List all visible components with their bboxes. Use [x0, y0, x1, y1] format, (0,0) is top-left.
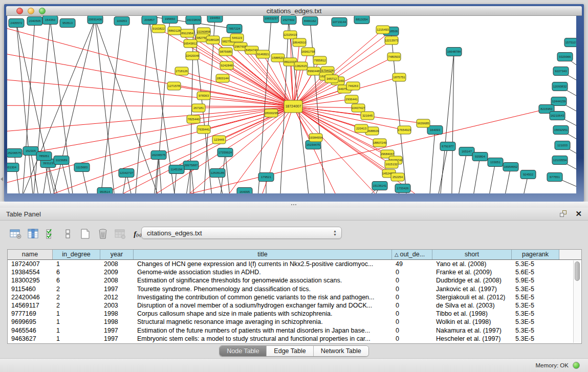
table-cell[interactable]: 2012: [100, 293, 134, 301]
graph-edge[interactable]: [293, 42, 299, 106]
table-scrollbar[interactable]: [573, 260, 581, 343]
graph-edge[interactable]: [7, 105, 293, 106]
table-row[interactable]: 1456911722003Disruption of a novel membe…: [8, 301, 581, 310]
table-cell[interactable]: 1: [53, 310, 100, 318]
table-row[interactable]: 946362711997Embryonic stem cells: a mode…: [8, 335, 581, 343]
table-cell[interactable]: 0: [392, 301, 432, 310]
table-row[interactable]: 1872400712008Changes of HCN gene express…: [8, 260, 581, 268]
table-cell[interactable]: Nakamura et al. (1997): [432, 326, 512, 335]
table-cell[interactable]: 5.9E-5: [512, 276, 559, 285]
table-cell[interactable]: 5.3E-5: [512, 260, 559, 268]
table-row[interactable]: 946554611997Estimation of the future num…: [8, 326, 581, 335]
graph-edge[interactable]: [133, 20, 149, 193]
table-cell[interactable]: 5.3E-5: [512, 335, 559, 343]
network-graph-canvas[interactable]: 1872400724055722040505154350950513206914…: [7, 16, 576, 193]
graph-edge[interactable]: [427, 130, 435, 193]
table-cell[interactable]: Estimation of the future numbers of pati…: [134, 326, 392, 335]
panel-collapse-handle[interactable]: [1, 177, 3, 181]
table-cell[interactable]: Tourette syndrome. Phenomenology and cla…: [134, 285, 392, 293]
table-cell[interactable]: 14569117: [8, 301, 53, 310]
graph-edge[interactable]: [293, 106, 358, 193]
table-cell[interactable]: 5.3E-5: [512, 318, 559, 326]
table-cell[interactable]: 1998: [100, 318, 134, 326]
column-header-in_degree[interactable]: in_degree: [53, 250, 100, 259]
table-cell[interactable]: 1: [53, 318, 100, 326]
table-cell[interactable]: de Silva et al. (2003): [432, 301, 512, 310]
select-columns-button[interactable]: [42, 227, 59, 241]
table-cell[interactable]: 49: [392, 260, 432, 268]
table-cell[interactable]: 18724007: [8, 260, 53, 268]
table-cell[interactable]: 0: [392, 335, 432, 343]
table-cell[interactable]: 2: [53, 285, 100, 293]
column-header-name[interactable]: name: [8, 250, 53, 259]
table-cell[interactable]: 5.3E-5: [512, 285, 559, 293]
table-cell[interactable]: 1: [53, 335, 100, 343]
graph-edge[interactable]: [95, 19, 118, 193]
table-cell[interactable]: Structural magnetic resonance image aver…: [134, 318, 392, 326]
table-cell[interactable]: 9115460: [8, 285, 53, 293]
table-cell[interactable]: 2008: [100, 260, 134, 268]
table-cell[interactable]: 1997: [100, 285, 134, 293]
graph-edge[interactable]: [7, 106, 293, 193]
table-cell[interactable]: Changes of HCN gene expression and I(f) …: [134, 260, 392, 268]
graph-edge[interactable]: [453, 151, 467, 193]
table-cell[interactable]: 2009: [100, 268, 134, 276]
table-cell[interactable]: 5.3E-5: [512, 326, 559, 335]
table-cell[interactable]: 6: [53, 276, 100, 285]
column-header-out_de[interactable]: △ out_de...: [392, 250, 432, 259]
table-cell[interactable]: 2008: [100, 276, 134, 285]
table-cell[interactable]: 19384554: [8, 268, 53, 276]
table-cell[interactable]: 0: [392, 310, 432, 318]
graph-edge[interactable]: [7, 106, 293, 193]
table-cell[interactable]: 2: [53, 301, 100, 310]
table-cell[interactable]: 0: [392, 276, 432, 285]
column-header-year[interactable]: year: [100, 250, 134, 259]
graph-edge[interactable]: [95, 19, 169, 193]
table-cell[interactable]: 2: [53, 293, 100, 301]
table-cell[interactable]: 0: [392, 318, 432, 326]
table-row[interactable]: 977716911998Corpus callosum shape and si…: [8, 310, 581, 318]
scrollbar-thumb[interactable]: [575, 261, 580, 281]
delete-column-button[interactable]: [94, 227, 112, 241]
table-row[interactable]: 1938455462009Genome-wide association stu…: [8, 268, 581, 276]
tab-network-table[interactable]: Network Table: [314, 346, 368, 356]
create-column-button[interactable]: [77, 227, 94, 241]
table-cell[interactable]: 1: [53, 326, 100, 335]
table-cell[interactable]: 1998: [100, 310, 134, 318]
table-cell[interactable]: Wolkin et al. (1998): [432, 318, 512, 326]
table-cell[interactable]: 18300295: [8, 276, 53, 285]
table-cell[interactable]: 9463627: [8, 335, 53, 343]
table-cell[interactable]: 1997: [100, 326, 134, 335]
graph-edge[interactable]: [14, 153, 23, 193]
table-cell[interactable]: 0: [392, 268, 432, 276]
graph-edge[interactable]: [97, 21, 122, 193]
table-row[interactable]: 1830029562008Estimation of significance …: [8, 276, 581, 285]
table-cell[interactable]: 0: [392, 285, 432, 293]
table-cell[interactable]: Dudbridge et al. (2008): [432, 276, 512, 285]
table-cell[interactable]: Tibbo et al. (1998): [432, 310, 512, 318]
graph-edge[interactable]: [484, 162, 495, 193]
close-panel-icon[interactable]: ✕: [575, 209, 582, 218]
table-cell[interactable]: 6: [53, 268, 100, 276]
table-cell[interactable]: 9699695: [8, 318, 53, 326]
table-cell[interactable]: Investigating the contribution of common…: [134, 293, 392, 301]
float-panel-icon[interactable]: [560, 210, 568, 218]
table-cell[interactable]: Stergiakouli et al. (2012): [432, 293, 512, 301]
tab-edge-table[interactable]: Edge Table: [267, 346, 313, 356]
column-header-pagerank[interactable]: pagerank: [512, 250, 559, 259]
table-row[interactable]: 969969511998Structural magnetic resonanc…: [8, 318, 581, 326]
table-cell[interactable]: Franke et al. (2009): [432, 268, 512, 276]
table-cell[interactable]: 5.3E-5: [512, 310, 559, 318]
graph-edge[interactable]: [16, 23, 61, 193]
table-cell[interactable]: 9465546: [8, 326, 53, 335]
show-columns-button[interactable]: [25, 227, 42, 241]
graph-edge[interactable]: [438, 52, 454, 193]
table-row[interactable]: 2242004622012Investigating the contribut…: [8, 293, 581, 301]
tab-node-table[interactable]: Node Table: [220, 346, 267, 356]
column-header-title[interactable]: title: [134, 250, 392, 259]
table-cell[interactable]: 5.6E-5: [512, 268, 559, 276]
table-source-select[interactable]: citations_edges.txt ▲▼: [141, 227, 342, 239]
table-cell[interactable]: Embryonic stem cells: a model to study s…: [134, 335, 392, 343]
table-row[interactable]: 911546021997Tourette syndrome. Phenomeno…: [8, 285, 581, 293]
table-cell[interactable]: Disruption of a novel member of a sodium…: [134, 301, 392, 310]
